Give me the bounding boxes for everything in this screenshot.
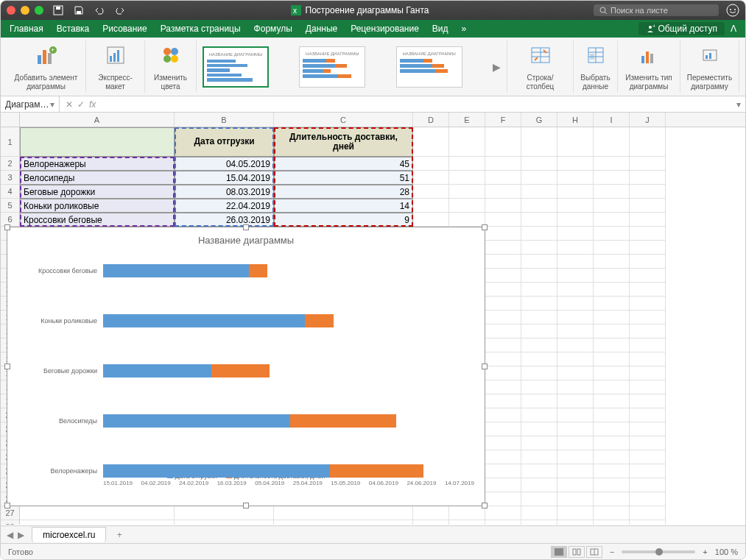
cell[interactable] xyxy=(630,436,666,450)
chart-style-3[interactable]: НАЗВАНИЕ ДИАГРАММЫ xyxy=(396,46,462,88)
cell[interactable] xyxy=(485,185,521,199)
tab-draw[interactable]: Рисование xyxy=(102,24,147,34)
cell[interactable]: 51 xyxy=(274,171,413,185)
cell[interactable] xyxy=(630,325,666,339)
cell[interactable] xyxy=(485,157,521,171)
cell[interactable] xyxy=(630,213,666,227)
cell[interactable] xyxy=(274,520,413,525)
cell[interactable] xyxy=(413,171,449,185)
tab-formulas[interactable]: Формулы xyxy=(254,24,292,34)
cell[interactable] xyxy=(594,478,630,492)
cell[interactable]: 14 xyxy=(274,199,413,213)
cell[interactable] xyxy=(485,199,521,213)
cell[interactable] xyxy=(485,492,521,506)
cell[interactable] xyxy=(594,520,630,525)
add-sheet-button[interactable]: + xyxy=(112,530,127,540)
cell[interactable] xyxy=(557,199,594,213)
undo-icon[interactable] xyxy=(94,4,105,16)
cell[interactable] xyxy=(630,241,666,255)
cell[interactable] xyxy=(521,478,557,492)
cell[interactable] xyxy=(630,394,666,408)
chart-bar-segment[interactable] xyxy=(103,464,330,478)
cell[interactable] xyxy=(485,394,521,408)
cell[interactable] xyxy=(521,450,557,464)
cell[interactable] xyxy=(449,185,485,199)
tab-home[interactable]: Главная xyxy=(10,24,43,34)
cell[interactable] xyxy=(594,450,630,464)
close-icon[interactable] xyxy=(7,6,15,15)
sheet-next-icon[interactable]: ▶ xyxy=(18,530,24,540)
quick-layout-button[interactable]: Экспресс-макет xyxy=(86,40,145,93)
cell[interactable] xyxy=(449,213,485,227)
cell[interactable] xyxy=(557,408,594,422)
cell[interactable] xyxy=(521,394,557,408)
column-header[interactable]: H xyxy=(557,113,594,127)
cell[interactable] xyxy=(449,520,485,525)
row-header[interactable]: 1 xyxy=(1,127,20,157)
cell[interactable] xyxy=(485,506,521,520)
cell[interactable]: Велосипеды xyxy=(20,171,175,185)
cell[interactable] xyxy=(630,171,666,185)
cell[interactable] xyxy=(557,157,594,171)
cell[interactable] xyxy=(594,436,630,450)
cell[interactable] xyxy=(521,199,557,213)
cell[interactable] xyxy=(413,199,449,213)
cell[interactable] xyxy=(594,408,630,422)
chart-bar-segment[interactable] xyxy=(103,414,290,428)
cell[interactable] xyxy=(594,464,630,478)
cell[interactable] xyxy=(485,352,521,366)
cell[interactable] xyxy=(521,352,557,366)
cell[interactable] xyxy=(20,520,175,525)
cell[interactable] xyxy=(449,157,485,171)
row-header[interactable]: 27 xyxy=(1,506,20,520)
move-chart-button[interactable]: Переместить диаграмму xyxy=(680,40,739,93)
cell[interactable] xyxy=(413,213,449,227)
zoom-level[interactable]: 100 % xyxy=(715,547,738,556)
cell[interactable] xyxy=(485,227,521,241)
cell[interactable] xyxy=(485,241,521,255)
user-icon[interactable] xyxy=(726,4,739,17)
zoom-thumb[interactable] xyxy=(655,548,663,556)
column-header[interactable]: E xyxy=(449,113,485,127)
cell[interactable] xyxy=(557,255,594,269)
select-data-button[interactable]: Выбрать данные xyxy=(574,40,618,93)
cell[interactable] xyxy=(485,366,521,380)
cell[interactable] xyxy=(521,380,557,394)
cell[interactable]: Длительность доставки, дней xyxy=(274,127,413,157)
chart-title[interactable]: Название диаграммы xyxy=(7,227,485,250)
cell[interactable] xyxy=(630,352,666,366)
ribbon-collapse-icon[interactable]: ᐱ xyxy=(731,24,736,34)
cell[interactable] xyxy=(557,325,594,339)
cell[interactable] xyxy=(557,450,594,464)
cell[interactable] xyxy=(557,464,594,478)
cell[interactable] xyxy=(485,213,521,227)
resize-handle[interactable] xyxy=(482,224,488,230)
cell[interactable] xyxy=(557,213,594,227)
cell[interactable]: 15.04.2019 xyxy=(175,171,274,185)
tab-data[interactable]: Данные xyxy=(306,24,337,34)
cell[interactable] xyxy=(557,339,594,352)
cell[interactable] xyxy=(594,366,630,380)
cell[interactable] xyxy=(521,506,557,520)
chart-bar-segment[interactable] xyxy=(211,364,270,378)
cell[interactable] xyxy=(449,127,485,157)
cell[interactable] xyxy=(594,339,630,352)
cell[interactable] xyxy=(630,380,666,394)
cell[interactable] xyxy=(630,227,666,241)
resize-handle[interactable] xyxy=(4,224,10,230)
cell[interactable]: Беговые дорожки xyxy=(20,185,175,199)
chart-style-1[interactable]: НАЗВАНИЕ ДИАГРАММЫ xyxy=(203,46,269,88)
name-box[interactable]: Диаграм…▾ xyxy=(1,96,60,112)
cell[interactable] xyxy=(175,520,274,525)
autosave-icon[interactable] xyxy=(52,4,64,16)
cell[interactable] xyxy=(594,297,630,311)
cell[interactable] xyxy=(521,127,557,157)
cell[interactable]: 22.04.2019 xyxy=(175,199,274,213)
cell[interactable] xyxy=(557,185,594,199)
cell[interactable] xyxy=(521,311,557,325)
tab-review[interactable]: Рецензирование xyxy=(351,24,419,34)
cell[interactable] xyxy=(521,185,557,199)
cell[interactable] xyxy=(630,520,666,525)
cell[interactable] xyxy=(485,255,521,269)
cell[interactable]: Коньки роликовые xyxy=(20,199,175,213)
